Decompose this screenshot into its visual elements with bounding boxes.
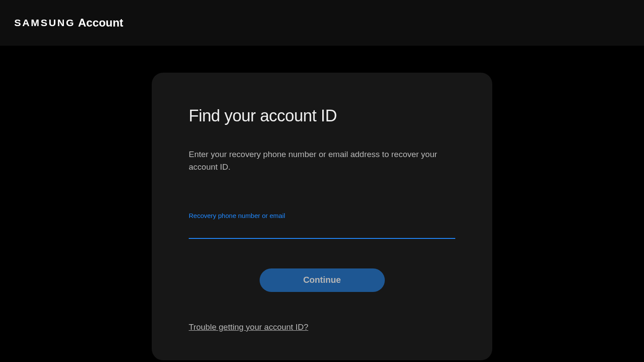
page-description: Enter your recovery phone number or emai… — [189, 148, 455, 174]
button-row: Continue — [189, 268, 455, 292]
header-bar: SAMSUNG Account — [0, 0, 644, 46]
content-area: Find your account ID Enter your recovery… — [0, 46, 644, 360]
find-account-card: Find your account ID Enter your recovery… — [152, 73, 492, 360]
samsung-wordmark: SAMSUNG — [14, 17, 75, 29]
recovery-input[interactable] — [189, 222, 455, 239]
page-title: Find your account ID — [189, 107, 455, 125]
trouble-link[interactable]: Trouble getting your account ID? — [189, 322, 308, 332]
recovery-input-group: Recovery phone number or email — [189, 212, 455, 239]
header-logo[interactable]: SAMSUNG Account — [16, 16, 123, 30]
recovery-input-label: Recovery phone number or email — [189, 212, 455, 219]
account-product-label: Account — [78, 16, 123, 30]
continue-button[interactable]: Continue — [260, 268, 385, 292]
